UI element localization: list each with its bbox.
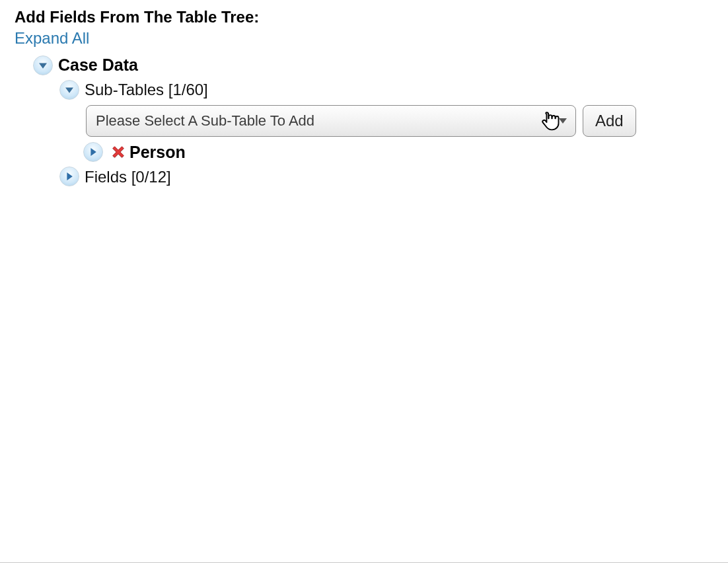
tree-node-label: Case Data	[58, 54, 138, 77]
svg-marker-4	[113, 147, 124, 158]
collapse-icon[interactable]	[33, 56, 53, 75]
remove-icon[interactable]	[110, 143, 127, 161]
svg-marker-5	[67, 172, 72, 180]
tree-node-sub-tables: Sub-Tables [1/60]	[59, 79, 713, 101]
expand-icon[interactable]	[59, 167, 79, 186]
tree-node-fields: Fields [0/12]	[59, 166, 713, 188]
sub-table-select-placeholder: Please Select A Sub-Table To Add	[96, 112, 314, 130]
add-button[interactable]: Add	[583, 105, 636, 137]
expand-icon[interactable]	[83, 142, 103, 162]
tree-node-label: Sub-Tables [1/60]	[85, 79, 208, 101]
tree-node-person: Person	[83, 141, 713, 164]
collapse-icon[interactable]	[59, 80, 79, 100]
expand-all-link[interactable]: Expand All	[15, 29, 89, 48]
sub-table-select[interactable]: Please Select A Sub-Table To Add	[86, 105, 576, 137]
tree-node-case-data: Case Data	[33, 54, 713, 77]
svg-marker-1	[65, 87, 73, 93]
svg-marker-0	[39, 63, 47, 68]
chevron-down-icon	[559, 118, 567, 124]
svg-marker-2	[559, 118, 567, 124]
tree-node-label: Person	[129, 141, 186, 164]
section-title: Add Fields From The Table Tree:	[15, 8, 713, 26]
table-tree: Case Data Sub-Tables [1/60] Please Selec…	[15, 54, 713, 188]
svg-marker-3	[91, 148, 96, 156]
tree-node-label: Fields [0/12]	[85, 166, 171, 188]
sub-table-select-row: Please Select A Sub-Table To Add Add	[86, 105, 713, 137]
sub-table-select-wrap: Please Select A Sub-Table To Add	[86, 105, 576, 137]
